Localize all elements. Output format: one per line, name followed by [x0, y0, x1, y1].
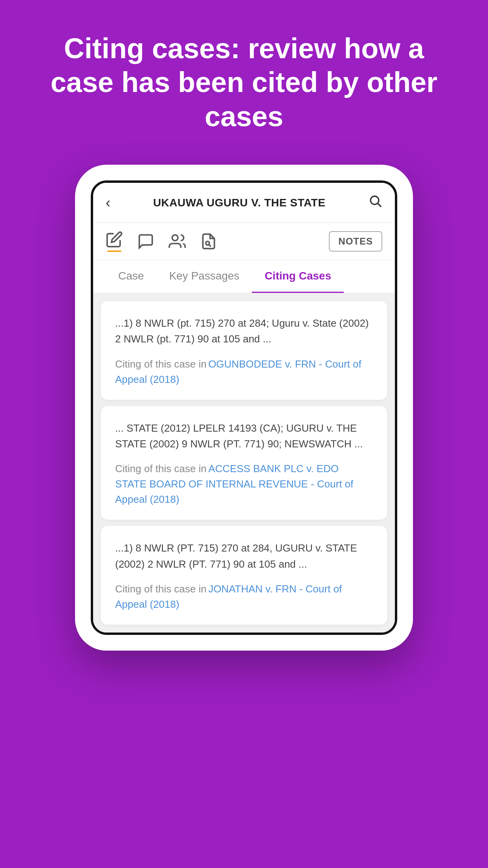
tab-case[interactable]: Case [106, 260, 156, 293]
phone-screen: ‹ UKAUWA UGURU V. THE STATE [91, 180, 397, 635]
citation-card-2: ... STATE (2012) LPELR 14193 (CA); UGURU… [101, 406, 387, 520]
search-button[interactable] [368, 194, 382, 211]
citation-text-1: ...1) 8 NWLR (pt. 715) 270 at 284; Uguru… [115, 315, 373, 347]
phone-mockup: ‹ UKAUWA UGURU V. THE STATE [75, 165, 413, 651]
svg-line-4 [209, 245, 211, 246]
citations-list: ...1) 8 NWLR (pt. 715) 270 at 284; Uguru… [93, 293, 395, 633]
document-search-icon-button[interactable] [200, 233, 217, 250]
svg-point-2 [172, 235, 178, 241]
comment-icon-button[interactable] [137, 233, 154, 250]
edit-icon-button[interactable] [106, 231, 123, 252]
citation-text-3: ...1) 8 NWLR (PT. 715) 270 at 284, UGURU… [115, 540, 373, 572]
citation-card-3: ...1) 8 NWLR (PT. 715) 270 at 284, UGURU… [101, 526, 387, 625]
nav-bar: ‹ UKAUWA UGURU V. THE STATE [93, 183, 395, 223]
case-title: UKAUWA UGURU V. THE STATE [118, 197, 360, 209]
tab-key-passages[interactable]: Key Passages [156, 260, 252, 293]
hero-text: Citing cases: review how a case has been… [0, 31, 488, 133]
tabs-bar: Case Key Passages Citing Cases [93, 260, 395, 293]
back-button[interactable]: ‹ [106, 195, 110, 211]
citation-text-2: ... STATE (2012) LPELR 14193 (CA); UGURU… [115, 420, 373, 452]
svg-point-3 [206, 241, 209, 245]
group-icon-button[interactable] [169, 233, 186, 250]
svg-point-0 [371, 196, 379, 204]
citation-card-1: ...1) 8 NWLR (pt. 715) 270 at 284; Uguru… [101, 301, 387, 400]
svg-line-1 [378, 204, 381, 207]
tab-citing-cases[interactable]: Citing Cases [252, 260, 344, 293]
active-icon-indicator [107, 250, 121, 252]
citing-label-1: Citing of this case in [115, 358, 207, 370]
notes-button[interactable]: NOTES [329, 231, 382, 252]
citing-label-3: Citing of this case in [115, 583, 207, 595]
toolbar: NOTES [93, 223, 395, 260]
citing-label-2: Citing of this case in [115, 463, 207, 474]
